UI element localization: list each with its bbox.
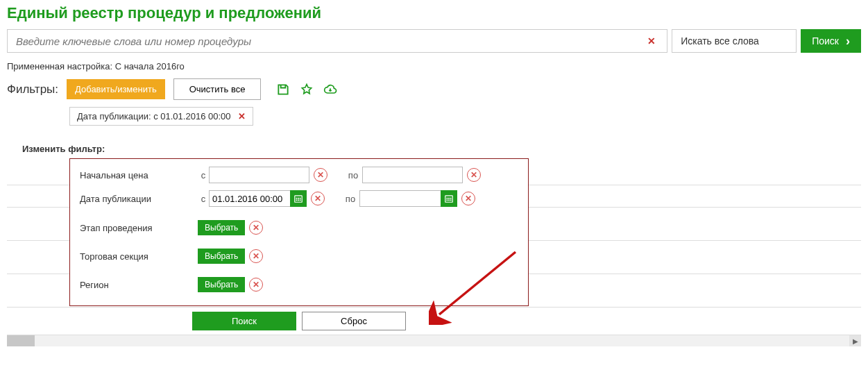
search-bar: ✕ Искать все слова Поиск ›	[7, 29, 861, 53]
to-label: по	[344, 170, 362, 180]
select-region-button[interactable]: Выбрать	[198, 277, 245, 292]
clear-icon[interactable]: ✕	[314, 168, 327, 182]
svg-rect-10	[450, 198, 452, 199]
star-icon[interactable]	[300, 83, 314, 96]
label-pub-date: Дата публикации	[80, 194, 198, 204]
search-clear-icon[interactable]: ✕	[643, 35, 660, 47]
svg-rect-6	[300, 199, 301, 201]
svg-rect-9	[448, 198, 450, 199]
search-input-wrap: ✕	[7, 29, 667, 53]
filter-panel-wrap: Начальная цена с ✕ по ✕ Дата публикации …	[7, 158, 861, 306]
search-mode-label: Искать все слова	[681, 35, 759, 47]
svg-rect-1	[296, 198, 298, 199]
add-edit-filters-button[interactable]: Добавить/изменить	[67, 79, 165, 99]
row-region: Регион Выбрать ✕	[80, 267, 518, 296]
search-button-label: Поиск	[812, 35, 839, 47]
row-stage: Этап проведения Выбрать ✕	[80, 210, 518, 239]
row-pub-date: Дата публикации с ✕ по ✕	[80, 187, 518, 210]
chevron-right-icon: ›	[846, 34, 850, 49]
change-filter-heading: Изменить фильтр:	[22, 144, 861, 154]
svg-rect-13	[450, 199, 452, 201]
panel-search-button[interactable]: Поиск	[192, 312, 296, 330]
search-mode-select[interactable]: Искать все слова	[672, 29, 797, 53]
page-title: Единый реестр процедур и предложений	[7, 4, 861, 22]
scroll-thumb[interactable]	[7, 335, 35, 346]
select-stage-button[interactable]: Выбрать	[198, 220, 245, 235]
filter-chip-pub-date: Дата публикации: с 01.01.2016 00:00 ✕	[69, 107, 253, 126]
filter-icons	[276, 83, 337, 96]
svg-rect-5	[298, 199, 299, 201]
svg-rect-2	[298, 198, 299, 199]
input-pub-date-from[interactable]	[209, 190, 291, 207]
svg-rect-12	[448, 199, 450, 201]
svg-rect-4	[296, 199, 298, 201]
search-input[interactable]	[15, 35, 643, 48]
save-icon[interactable]	[276, 83, 290, 96]
svg-rect-8	[447, 198, 448, 199]
input-start-price-from[interactable]	[209, 167, 309, 183]
label-section: Торговая секция	[80, 251, 198, 262]
clear-icon[interactable]: ✕	[249, 278, 263, 292]
select-section-button[interactable]: Выбрать	[198, 249, 245, 264]
chip-remove-icon[interactable]: ✕	[238, 111, 246, 121]
clear-icon[interactable]: ✕	[249, 221, 263, 235]
label-stage: Этап проведения	[80, 223, 198, 233]
calendar-icon[interactable]	[290, 190, 307, 207]
filters-label: Фильтры:	[7, 83, 58, 96]
from-label: с	[198, 194, 209, 204]
clear-icon[interactable]: ✕	[311, 192, 325, 205]
applied-setting-text: Примененная настройка: С начала 2016го	[7, 61, 861, 72]
svg-rect-11	[447, 199, 448, 201]
label-start-price: Начальная цена	[80, 170, 198, 180]
calendar-icon[interactable]	[441, 190, 457, 207]
svg-rect-3	[300, 198, 301, 199]
clear-icon[interactable]: ✕	[467, 168, 481, 182]
scroll-right-arrow-icon[interactable]: ▶	[849, 335, 861, 346]
search-button[interactable]: Поиск ›	[801, 29, 861, 53]
clear-filters-button[interactable]: Очистить все	[173, 78, 262, 100]
panel-reset-button[interactable]: Сброс	[302, 312, 406, 330]
panel-buttons: Поиск Сброс	[69, 312, 529, 330]
from-label: с	[198, 170, 209, 180]
clear-icon[interactable]: ✕	[461, 192, 475, 205]
clear-icon[interactable]: ✕	[249, 249, 263, 263]
row-start-price: Начальная цена с ✕ по ✕	[80, 163, 518, 187]
filter-bar: Фильтры: Добавить/изменить Очистить все	[7, 78, 861, 100]
filter-chip-label: Дата публикации: с 01.01.2016 00:00	[77, 111, 231, 121]
row-section: Торговая секция Выбрать ✕	[80, 239, 518, 267]
input-pub-date-to[interactable]	[359, 190, 441, 207]
cloud-download-icon[interactable]	[323, 83, 337, 96]
to-label: по	[341, 194, 359, 204]
horizontal-scrollbar[interactable]: ▶	[7, 335, 861, 346]
label-region: Регион	[80, 280, 198, 290]
filter-panel: Начальная цена с ✕ по ✕ Дата публикации …	[69, 158, 529, 306]
input-start-price-to[interactable]	[362, 167, 463, 183]
